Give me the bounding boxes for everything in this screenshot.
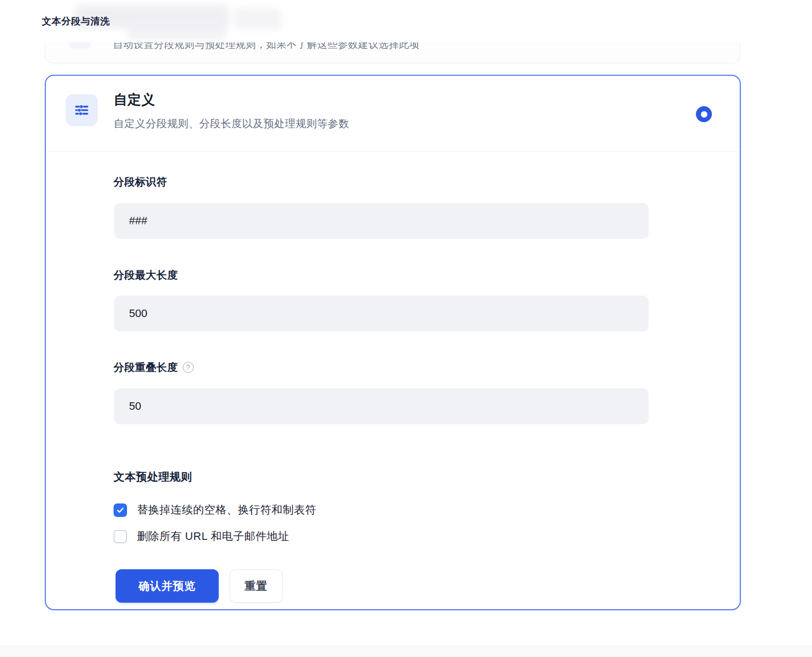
custom-option-card[interactable]: 自定义 自定义分段规则、分段长度以及预处理规则等参数 分段标识符 分段最大长度 … — [45, 75, 741, 610]
help-circle-icon[interactable]: ? — [183, 362, 194, 373]
reset-button[interactable]: 重置 — [230, 569, 282, 603]
segment-identifier-input[interactable] — [114, 203, 649, 239]
panel-header: 文本分段与清洗 — [0, 0, 812, 42]
bottom-strip — [0, 646, 812, 657]
rule-replace-whitespace[interactable]: 替换掉连续的空格、换行符和制表符 — [114, 502, 316, 517]
rule-label: 替换掉连续的空格、换行符和制表符 — [137, 502, 316, 517]
overlap-length-label-text: 分段重叠长度 — [114, 360, 178, 374]
page-title: 文本分段与清洗 — [42, 15, 110, 28]
rule-remove-urls[interactable]: 删除所有 URL 和电子邮件地址 — [114, 529, 289, 544]
sliders-icon — [66, 94, 98, 126]
overlap-length-label: 分段重叠长度 ? — [114, 360, 194, 374]
rule-label: 删除所有 URL 和电子邮件地址 — [137, 529, 289, 544]
checkmark-icon[interactable] — [114, 503, 127, 517]
confirm-preview-button[interactable]: 确认并预览 — [116, 569, 219, 603]
segmentation-settings-panel: 自动设置分段规则与预处理规则，如果不了解这些参数建议选择此项 文本分段与清洗 自… — [0, 0, 812, 657]
max-length-label: 分段最大长度 — [114, 268, 178, 282]
custom-option-description: 自定义分段规则、分段长度以及预处理规则等参数 — [114, 117, 349, 131]
custom-option-title: 自定义 — [114, 91, 155, 109]
blurred-backdrop-shape — [234, 8, 281, 30]
preprocessing-rules-label: 文本预处理规则 — [114, 470, 192, 485]
checkbox-empty-icon[interactable] — [114, 530, 127, 543]
radio-inner-dot — [701, 111, 707, 118]
overlap-length-input[interactable] — [114, 388, 649, 424]
radio-selected-icon[interactable] — [696, 106, 712, 122]
segment-identifier-label: 分段标识符 — [114, 175, 167, 189]
card-divider — [46, 151, 740, 152]
max-length-input[interactable] — [114, 296, 649, 331]
blurred-backdrop-shape — [127, 19, 227, 40]
